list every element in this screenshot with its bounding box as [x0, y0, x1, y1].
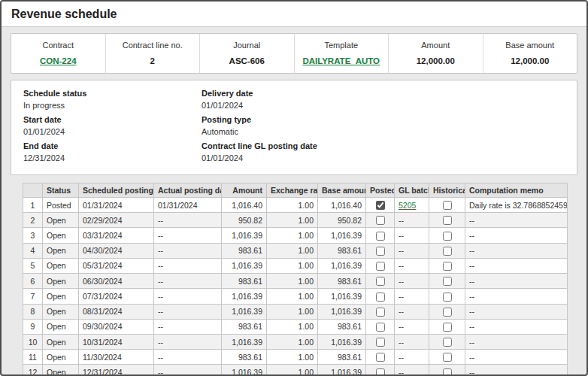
posted-cell	[366, 304, 395, 319]
computation-memo-cell: --	[465, 228, 568, 243]
posted-checkbox[interactable]	[376, 201, 385, 210]
scheduled-posting-date-cell: 11/30/2024	[79, 350, 154, 365]
historical-checkbox[interactable]	[443, 232, 452, 241]
historical-checkbox[interactable]	[443, 247, 452, 256]
posted-checkbox[interactable]	[376, 323, 385, 332]
computation-memo-header: Computation memo	[465, 183, 568, 198]
table-row: 12Open12/31/2024--1,016.391.001,016.39--…	[23, 365, 568, 376]
scheduled-posting-date-cell: 12/31/2024	[79, 365, 154, 376]
scheduled-posting-date-cell: 03/31/2024	[79, 228, 154, 243]
row-number: 12	[23, 365, 43, 376]
posted-cell	[366, 350, 395, 365]
schedule-table-body: 1Posted01/31/202401/31/20241,016.401.001…	[23, 198, 568, 376]
historical-checkbox[interactable]	[443, 338, 452, 347]
start-date-value: 01/01/2024	[23, 127, 202, 136]
row-number-header	[23, 183, 43, 198]
posted-checkbox[interactable]	[376, 216, 385, 225]
details-panel: Schedule status In progress Start date 0…	[11, 80, 577, 175]
table-row: 5Open05/31/2024--1,016.391.001,016.39---…	[23, 258, 568, 273]
historical-cell	[429, 334, 465, 349]
gl-batch-cell: 5205	[395, 198, 429, 213]
table-row: 1Posted01/31/202401/31/20241,016.401.001…	[23, 198, 568, 213]
exchange-rate-cell: 1.00	[267, 365, 318, 376]
row-number: 11	[23, 350, 43, 365]
posted-cell	[366, 334, 395, 349]
exchange-rate-cell: 1.00	[267, 319, 318, 334]
exchange-rate-cell: 1.00	[267, 350, 318, 365]
computation-memo-cell: --	[465, 319, 568, 334]
table-row: 3Open03/31/2024--1,016.391.001,016.39---…	[23, 228, 568, 243]
base-amount-cell: 1,016.39	[318, 365, 366, 376]
computation-memo-cell: --	[465, 304, 568, 319]
start-date-label: Start date	[23, 115, 202, 124]
computation-memo-cell: --	[465, 213, 568, 228]
historical-cell	[429, 213, 465, 228]
contract-link[interactable]: CON-224	[40, 56, 77, 65]
scheduled-posting-date-cell: 04/30/2024	[79, 243, 154, 258]
amount-label: Amount	[392, 41, 480, 50]
posted-checkbox[interactable]	[376, 338, 385, 347]
posted-cell	[366, 213, 395, 228]
posted-checkbox[interactable]	[376, 293, 385, 302]
actual-posting-date-cell: --	[154, 274, 222, 289]
status-cell: Open	[43, 213, 79, 228]
historical-checkbox[interactable]	[443, 262, 452, 271]
template-link[interactable]: DAILYRATE_AUTO	[302, 56, 380, 65]
gl-batch-header: GL batch	[395, 183, 429, 198]
actual-posting-date-cell: --	[154, 258, 222, 273]
amount-cell: 1,016.39	[222, 289, 267, 304]
historical-checkbox[interactable]	[443, 368, 452, 376]
amount-value: 12,000.00	[392, 56, 480, 65]
gl-batch-cell: --	[395, 289, 429, 304]
historical-checkbox[interactable]	[443, 323, 452, 332]
posted-checkbox[interactable]	[376, 247, 385, 256]
computation-memo-cell: --	[465, 274, 568, 289]
exchange-rate-cell: 1.00	[267, 258, 318, 273]
posted-checkbox[interactable]	[376, 368, 385, 376]
historical-checkbox[interactable]	[443, 308, 452, 317]
base-amount-label: Base amount	[486, 41, 574, 50]
row-number: 8	[23, 304, 43, 319]
actual-posting-date-cell: --	[154, 228, 222, 243]
gl-posting-date-value: 01/01/2024	[202, 153, 565, 162]
historical-checkbox[interactable]	[443, 293, 452, 302]
actual-posting-date-cell: --	[154, 365, 222, 376]
base-amount-cell: 1,016.40	[318, 198, 366, 213]
posted-checkbox[interactable]	[376, 277, 385, 286]
actual-posting-date-cell: --	[154, 213, 222, 228]
status-cell: Open	[43, 319, 79, 334]
base-amount-cell: 983.61	[318, 274, 366, 289]
amount-cell: 950.82	[222, 213, 267, 228]
gl-batch-link[interactable]: 5205	[399, 201, 416, 210]
status-cell: Posted	[43, 198, 79, 213]
contract-line-value: 2	[109, 56, 197, 65]
posted-checkbox[interactable]	[376, 262, 385, 271]
historical-cell	[429, 289, 465, 304]
status-cell: Open	[43, 365, 79, 376]
table-row: 7Open07/31/2024--1,016.391.001,016.39---…	[23, 289, 568, 304]
table-row: 8Open08/31/2024--1,016.391.001,016.39---…	[23, 304, 568, 319]
historical-checkbox[interactable]	[443, 277, 452, 286]
historical-cell	[429, 304, 465, 319]
amount-cell: 1,016.40	[222, 198, 267, 213]
scheduled-posting-date-cell: 01/31/2024	[79, 198, 154, 213]
start-date-field: Start date 01/01/2024	[23, 115, 202, 136]
computation-memo-cell: --	[465, 334, 568, 349]
status-cell: Open	[43, 274, 79, 289]
posted-checkbox[interactable]	[376, 308, 385, 317]
row-number: 3	[23, 228, 43, 243]
base-amount-cell: 1,016.39	[318, 304, 366, 319]
historical-checkbox[interactable]	[443, 216, 452, 225]
status-cell: Open	[43, 289, 79, 304]
historical-checkbox[interactable]	[443, 353, 452, 362]
scheduled-posting-date-cell: 06/30/2024	[79, 274, 154, 289]
row-number: 6	[23, 274, 43, 289]
delivery-date-field: Delivery date 01/01/2024	[202, 89, 565, 110]
posted-checkbox[interactable]	[376, 232, 385, 241]
computation-memo-cell: --	[465, 289, 568, 304]
posted-checkbox[interactable]	[376, 353, 385, 362]
summary-contract: Contract CON-224	[11, 34, 105, 73]
historical-checkbox[interactable]	[443, 201, 452, 210]
gl-batch-cell: --	[395, 365, 429, 376]
posted-cell	[366, 274, 395, 289]
